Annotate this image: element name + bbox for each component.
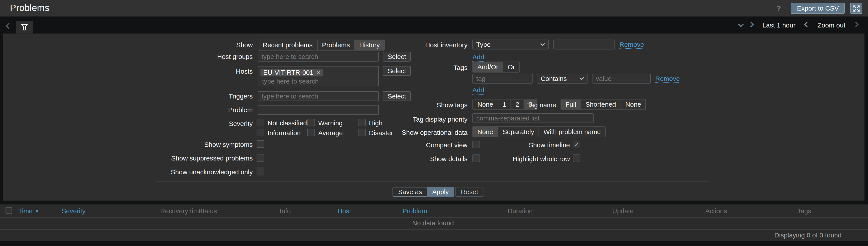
tag-display-priority-input[interactable] — [472, 113, 594, 123]
tags-logic-or[interactable]: Or — [503, 62, 520, 72]
filter-panel: Show Recent problems Problems History Ho… — [3, 34, 865, 201]
filter-funnel-icon — [21, 24, 28, 31]
hosts-search-placeholder: type here to search — [262, 78, 319, 85]
tag-remove-link[interactable]: Remove — [655, 75, 680, 82]
show-label: Show — [3, 40, 253, 50]
show-unacknowledged-checkbox[interactable] — [256, 168, 264, 175]
column-header-status: Status — [198, 207, 217, 215]
show-tags-none[interactable]: None — [473, 100, 498, 109]
header-actions: ? Export to CSV — [776, 3, 862, 14]
problems-page: Problems ? Export to CSV — [0, 0, 868, 246]
column-header-actions: Actions — [706, 207, 727, 215]
triggers-label: Triggers — [3, 91, 253, 101]
column-header-update: Update — [612, 207, 634, 215]
reset-button[interactable]: Reset — [456, 187, 484, 197]
show-suppressed-label: Show suppressed problems — [3, 154, 253, 162]
opdata-none[interactable]: None — [473, 127, 498, 137]
kiosk-mode-button[interactable] — [850, 3, 863, 14]
help-icon[interactable]: ? — [776, 4, 781, 13]
highlight-whole-row-label: Highlight whole row — [477, 155, 570, 163]
host-inventory-remove-link[interactable]: Remove — [620, 41, 644, 48]
severity-information-checkbox[interactable] — [256, 129, 264, 136]
tag-name-shortened[interactable]: Shortened — [581, 100, 620, 109]
save-as-button[interactable]: Save as — [393, 187, 428, 197]
host-inventory-field-select[interactable]: Type — [472, 40, 549, 49]
show-operational-data-label: Show operational data — [290, 128, 468, 137]
column-header-time[interactable]: Time▼ — [18, 207, 39, 215]
empty-table-message: No data found. — [0, 219, 868, 227]
highlight-whole-row-checkbox[interactable] — [572, 154, 580, 162]
tags-label: Tags — [290, 63, 468, 73]
table-footer-divider — [0, 229, 868, 230]
sort-desc-icon: ▼ — [35, 209, 39, 214]
host-groups-input[interactable] — [258, 52, 379, 62]
show-suppressed-checkbox[interactable] — [256, 154, 264, 162]
tag-value-input[interactable] — [592, 74, 651, 83]
zoom-out-button[interactable]: Zoom out — [817, 21, 845, 29]
tag-name-full[interactable]: Full — [561, 100, 581, 109]
tags-logic-segmented-control: And/Or Or — [472, 62, 520, 73]
host-inventory-label: Host inventory — [290, 40, 468, 50]
triggers-select-button[interactable]: Select — [383, 91, 411, 101]
export-csv-button[interactable]: Export to CSV — [791, 3, 845, 14]
hosts-label: Hosts — [3, 67, 253, 76]
problems-table: Time▼ Severity Recovery time Status Info… — [0, 204, 868, 241]
tag-operator-select[interactable]: Contains — [537, 74, 588, 83]
time-range-bar: Last 1 hour Zoom out — [738, 16, 859, 34]
column-header-host[interactable]: Host — [338, 207, 351, 215]
tag-name-mode-label: Tag name — [521, 100, 556, 110]
triggers-input[interactable] — [258, 91, 379, 101]
host-groups-select-button[interactable]: Select — [383, 52, 411, 62]
show-tags-label: Show tags — [290, 100, 468, 110]
table-row-count: Displaying 0 of 0 found — [774, 231, 842, 239]
tag-add-link[interactable]: Add — [472, 86, 484, 94]
time-forward-icon[interactable] — [750, 21, 754, 29]
apply-button[interactable]: Apply — [427, 187, 454, 197]
filter-buttons-divider — [156, 181, 709, 182]
chevron-down-icon — [579, 77, 584, 80]
column-header-recovery-time: Recovery time — [160, 207, 203, 215]
tag-name-input[interactable] — [472, 74, 533, 83]
fullscreen-icon — [853, 5, 860, 12]
show-timeline-checkbox[interactable] — [572, 141, 580, 148]
table-header-divider — [0, 217, 868, 217]
time-forward-disabled-icon[interactable] — [855, 21, 859, 29]
opdata-separately[interactable]: Separately — [498, 127, 538, 137]
opdata-with-problem-name[interactable]: With problem name — [538, 127, 605, 137]
chevron-down-icon — [540, 43, 545, 46]
severity-not-classified-checkbox[interactable] — [256, 119, 264, 127]
filter-tab[interactable] — [16, 21, 33, 34]
page-title: Problems — [10, 3, 50, 14]
compact-view-label: Compact view — [290, 141, 468, 149]
show-unacknowledged-label: Show unacknowledged only — [3, 168, 253, 176]
problem-label: Problem — [3, 105, 253, 115]
host-groups-label: Host groups — [3, 52, 253, 62]
tag-name-segmented-control: Full Shortened None — [561, 99, 646, 110]
operational-data-segmented-control: None Separately With problem name — [472, 127, 606, 137]
show-details-label: Show details — [290, 155, 468, 163]
host-inventory-value-input[interactable] — [554, 40, 615, 49]
host-inventory-add-link[interactable]: Add — [472, 54, 484, 61]
tag-display-priority-label: Tag display priority — [290, 114, 468, 124]
time-back-icon[interactable] — [804, 21, 808, 29]
column-header-info: Info — [280, 207, 291, 215]
show-tags-1[interactable]: 1 — [498, 100, 510, 109]
tags-logic-andor[interactable]: And/Or — [473, 62, 503, 72]
tabs-scroll-left-icon[interactable] — [5, 23, 10, 31]
time-presets-icon[interactable] — [738, 21, 744, 29]
column-header-severity[interactable]: Severity — [62, 207, 86, 215]
severity-label: Severity — [3, 119, 253, 129]
tag-operator-value: Contains — [541, 75, 567, 82]
column-header-problem[interactable]: Problem — [403, 207, 427, 215]
filter-tab-row: Last 1 hour Zoom out — [0, 16, 868, 34]
show-symptoms-checkbox[interactable] — [256, 140, 264, 148]
host-inventory-field-value: Type — [476, 41, 491, 48]
show-symptoms-label: Show symptoms — [3, 141, 253, 148]
tag-name-none[interactable]: None — [620, 100, 646, 109]
column-header-tags: Tags — [797, 207, 811, 215]
select-all-checkbox[interactable] — [5, 207, 12, 213]
column-header-duration: Duration — [508, 207, 533, 215]
show-timeline-label: Show timeline — [477, 141, 570, 149]
time-range-label[interactable]: Last 1 hour — [763, 21, 796, 29]
page-header: Problems ? Export to CSV — [0, 0, 868, 16]
